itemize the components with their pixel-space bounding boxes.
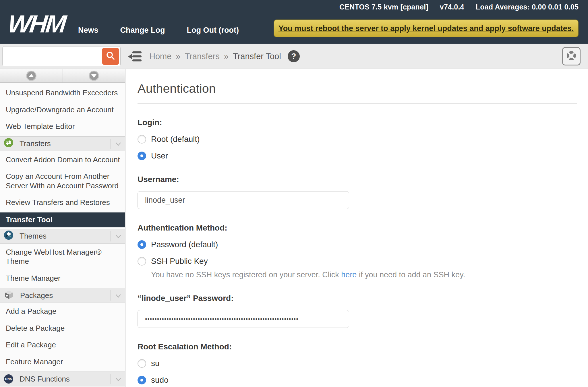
lifebuoy-icon <box>565 50 577 63</box>
top-navbar: WHM News Change Log Log Out (root) CENTO… <box>0 0 588 44</box>
search-icon <box>105 51 116 62</box>
sidebar-item-review-transfers-restores[interactable]: Review Transfers and Restores <box>0 194 125 211</box>
sidebar-section-packages[interactable]: Packages <box>0 288 125 303</box>
radio-password-checked[interactable] <box>138 240 146 249</box>
sidebar-item-unsuspend-bandwidth-exceeders[interactable]: Unsuspend Bandwidth Exceeders <box>0 84 125 101</box>
breadcrumb-separator: » <box>176 52 180 61</box>
dns-icon: DNS <box>4 374 13 384</box>
radio-ssh-key-unchecked[interactable] <box>138 257 146 266</box>
login-option-user[interactable]: User <box>138 151 168 160</box>
section-divider <box>111 374 111 384</box>
sidebar-item-edit-a-package[interactable]: Edit a Package <box>0 336 125 353</box>
collapse-sidebar-button[interactable] <box>128 51 142 64</box>
chevron-down-icon[interactable] <box>115 139 121 148</box>
section-divider <box>111 231 111 241</box>
sidebar-item-web-template-editor[interactable]: Web Template Editor <box>0 118 125 135</box>
radio-root-unchecked[interactable] <box>138 135 146 144</box>
themes-icon <box>4 231 13 242</box>
authentication-heading: Authentication <box>138 82 577 96</box>
chevron-down-icon[interactable] <box>115 232 121 241</box>
server-status: CENTOS 7.5 kvm [cpanel] v74.0.4 Load Ave… <box>339 3 579 11</box>
login-label: Login: <box>138 118 577 127</box>
breadcrumb-home[interactable]: Home <box>149 52 171 61</box>
sidebar-section-label: Packages <box>20 291 53 300</box>
breadcrumb-transfers[interactable]: Transfers <box>185 52 220 61</box>
sidebar-item-theme-manager[interactable]: Theme Manager <box>0 270 125 287</box>
collapse-menu-icon <box>128 59 142 63</box>
radio-label: SSH Public Key <box>151 257 208 266</box>
sidebar-section-themes[interactable]: Themes <box>0 229 125 244</box>
auth-method-option-password[interactable]: Password (default) <box>138 240 218 249</box>
packages-icon <box>4 290 14 301</box>
sidebar-nav: Unsuspend Bandwidth Exceeders Upgrade/Do… <box>0 69 125 387</box>
main-content: Authentication Login: Root (default) Use… <box>125 69 588 387</box>
radio-label: su <box>151 359 160 368</box>
breadcrumb-separator: » <box>224 52 229 61</box>
sidebar-item-delete-a-package[interactable]: Delete a Package <box>0 320 125 337</box>
nav-log-out[interactable]: Log Out (root) <box>187 26 239 35</box>
auth-method-option-ssh-key[interactable]: SSH Public Key <box>138 257 208 266</box>
sidebar-item-add-a-package[interactable]: Add a Package <box>0 303 125 320</box>
helper-text-before: You have no SSH keys registered on your … <box>151 270 341 279</box>
breadcrumb-current-page: Transfer Tool <box>233 52 281 61</box>
sidebar-section-label: DNS Functions <box>20 375 70 384</box>
radio-label: sudo <box>151 376 169 385</box>
sidebar-section-label: Themes <box>20 232 47 241</box>
whm-logo[interactable]: WHM <box>7 10 66 38</box>
arrow-down-icon <box>89 71 99 81</box>
sidebar-item-convert-addon-domain[interactable]: Convert Addon Domain to Account <box>0 151 125 168</box>
section-divider <box>111 290 111 301</box>
nav-news[interactable]: News <box>78 26 98 35</box>
password-input[interactable] <box>138 310 349 328</box>
sidebar-section-dns-functions[interactable]: DNS DNS Functions <box>0 371 125 386</box>
help-icon[interactable]: ? <box>288 50 300 62</box>
radio-sudo-checked[interactable] <box>138 376 146 384</box>
login-option-root[interactable]: Root (default) <box>138 135 200 144</box>
password-label: “linode_user” Password: <box>138 294 577 303</box>
nav-change-log[interactable]: Change Log <box>120 26 165 35</box>
radio-label: Password (default) <box>151 240 218 249</box>
radio-label: Root (default) <box>151 135 200 144</box>
radio-user-checked[interactable] <box>138 152 146 160</box>
ssh-key-helper-text: You have no SSH keys registered on your … <box>151 270 577 279</box>
radio-label: User <box>151 151 168 160</box>
status-host: CENTOS 7.5 kvm [cpanel] <box>339 3 428 11</box>
sidebar-item-copy-account-from-server[interactable]: Copy an Account From Another Server With… <box>0 168 125 194</box>
helper-text-after: if you need to add an SSH key. <box>357 270 465 279</box>
status-load-averages: Load Averages: 0.00 0.01 0.05 <box>476 3 579 11</box>
scroll-up-button[interactable] <box>0 69 63 82</box>
search-button[interactable] <box>102 48 119 65</box>
support-button[interactable] <box>562 47 581 65</box>
add-ssh-key-link[interactable]: here <box>341 270 357 279</box>
sidebar-item-transfer-tool-selected[interactable]: Transfer Tool <box>0 212 125 227</box>
section-rule <box>138 103 577 104</box>
chevron-down-icon[interactable] <box>115 291 121 300</box>
scroll-down-button[interactable] <box>63 69 125 82</box>
sidebar-item-change-whm-theme[interactable]: Change WebHost Manager® Theme <box>0 244 125 270</box>
root-escalation-method-label: Root Escalation Method: <box>138 342 577 351</box>
sidebar-menu: Unsuspend Bandwidth Exceeders Upgrade/Do… <box>0 83 125 387</box>
username-input[interactable] <box>138 191 349 209</box>
sidebar-search <box>2 46 121 66</box>
authentication-method-label: Authentication Method: <box>138 223 577 233</box>
escalation-option-su[interactable]: su <box>138 359 160 368</box>
sidebar-section-label: Transfers <box>20 139 51 148</box>
reboot-alert-banner[interactable]: You must reboot the server to apply kern… <box>274 20 579 37</box>
sidebar-scroll-controls <box>0 69 125 83</box>
search-input[interactable] <box>3 47 100 66</box>
arrow-up-icon <box>26 71 36 81</box>
sidebar-item-feature-manager[interactable]: Feature Manager <box>0 353 125 370</box>
transfers-icon <box>4 138 13 149</box>
top-nav-links: News Change Log Log Out (root) <box>78 26 239 35</box>
escalation-option-sudo[interactable]: sudo <box>138 376 169 385</box>
sidebar-item-upgrade-downgrade-account[interactable]: Upgrade/Downgrade an Account <box>0 101 125 118</box>
breadcrumb: Home » Transfers » Transfer Tool ? <box>149 44 300 69</box>
section-divider <box>111 139 111 149</box>
breadcrumb-toolbar: Home » Transfers » Transfer Tool ? <box>0 44 588 69</box>
radio-su-unchecked[interactable] <box>138 359 146 368</box>
chevron-down-icon[interactable] <box>115 375 121 384</box>
page-layout: Unsuspend Bandwidth Exceeders Upgrade/Do… <box>0 69 588 387</box>
username-label: Username: <box>138 175 577 184</box>
status-version: v74.0.4 <box>440 3 464 11</box>
sidebar-section-transfers[interactable]: Transfers <box>0 136 125 151</box>
